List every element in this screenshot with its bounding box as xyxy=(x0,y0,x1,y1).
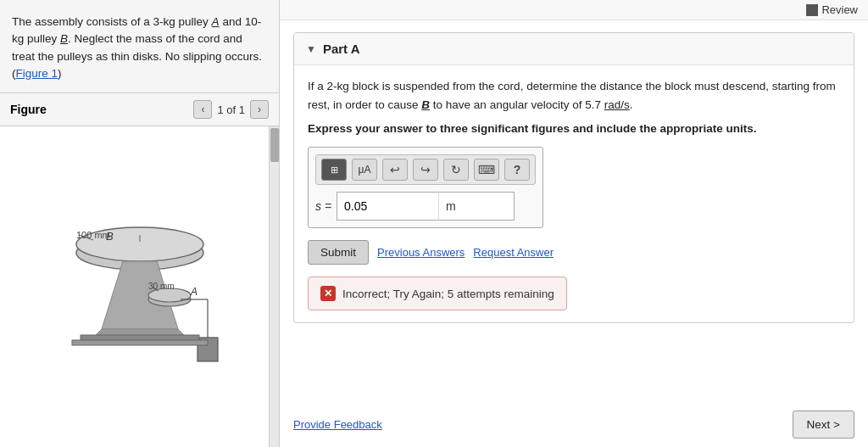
figure-image: B 100 mm A 30 mm xyxy=(30,198,250,376)
submit-label: Submit xyxy=(320,246,356,259)
part-body: If a 2-kg block is suspended from the co… xyxy=(294,65,854,322)
mu-label: μA xyxy=(359,164,371,176)
figure-prev-button[interactable]: ‹ xyxy=(193,100,212,119)
help-icon: ? xyxy=(514,163,521,176)
feedback-label: Provide Feedback xyxy=(293,418,382,431)
problem-description: The assembly consists of a 3-kg pulley A… xyxy=(0,0,279,93)
x-icon: ✕ xyxy=(320,286,336,301)
next-button[interactable]: Next > xyxy=(793,411,854,439)
review-label: Review xyxy=(821,3,858,16)
redo-icon: ↪ xyxy=(420,163,431,176)
part-header: ▼ Part A xyxy=(294,33,854,65)
problem-text-content: The assembly consists of a 3-kg pulley A… xyxy=(12,15,262,80)
figure-header: Figure ‹ 1 of 1 › xyxy=(0,93,279,126)
review-icon xyxy=(806,4,818,16)
request-answer-button[interactable]: Request Answer xyxy=(473,246,554,259)
answer-input[interactable] xyxy=(337,192,438,221)
right-panel: Review ▼ Part A If a 2-kg block is suspe… xyxy=(280,0,868,447)
action-row: Submit Previous Answers Request Answer xyxy=(308,240,840,265)
part-title: Part A xyxy=(323,42,360,56)
keyboard-button[interactable]: ⌨ xyxy=(474,159,499,181)
figure-count: 1 of 1 xyxy=(217,103,245,116)
undo-icon: ↩ xyxy=(390,163,400,176)
question-text: If a 2-kg block is suspended from the co… xyxy=(308,77,840,114)
refresh-icon: ↻ xyxy=(451,163,461,176)
collapse-icon[interactable]: ▼ xyxy=(306,43,316,55)
bottom-bar: Provide Feedback Next > xyxy=(280,402,868,447)
s-label: s = xyxy=(315,199,331,213)
matrix-button[interactable]: ⊞ xyxy=(321,159,347,181)
redo-button[interactable]: ↪ xyxy=(413,159,438,181)
figure-next-button[interactable]: › xyxy=(250,100,269,119)
figure-navigation: ‹ 1 of 1 › xyxy=(193,100,269,119)
svg-text:A: A xyxy=(190,286,198,298)
input-row: s = m xyxy=(315,192,536,221)
incorrect-message: Incorrect; Try Again; 5 attempts remaini… xyxy=(342,288,554,300)
svg-rect-17 xyxy=(72,340,208,345)
toolbar: ⊞ μA ↩ ↪ ↻ ⌨ xyxy=(315,154,536,185)
matrix-icon: ⊞ xyxy=(331,165,338,176)
figure-area: B 100 mm A 30 mm xyxy=(0,126,279,447)
express-instructions: Express your answer to three significant… xyxy=(308,122,840,135)
review-button[interactable]: Review xyxy=(806,3,858,16)
unit-value: m xyxy=(446,199,456,213)
left-panel: The assembly consists of a 3-kg pulley A… xyxy=(0,0,280,447)
figure-title: Figure xyxy=(10,103,47,116)
previous-answers-button[interactable]: Previous Answers xyxy=(377,246,465,259)
help-button[interactable]: ? xyxy=(504,159,530,181)
svg-text:30 mm: 30 mm xyxy=(148,282,175,291)
refresh-button[interactable]: ↻ xyxy=(443,159,469,181)
mu-button[interactable]: μA xyxy=(352,159,377,181)
previous-answers-label: Previous Answers xyxy=(377,246,465,259)
scroll-thumb xyxy=(270,128,279,162)
svg-text:100 mm: 100 mm xyxy=(76,230,110,240)
unit-display: m xyxy=(438,192,515,221)
undo-button[interactable]: ↩ xyxy=(382,159,408,181)
part-section: ▼ Part A If a 2-kg block is suspended fr… xyxy=(293,32,854,323)
incorrect-message-box: ✕ Incorrect; Try Again; 5 attempts remai… xyxy=(308,277,567,310)
keyboard-icon: ⌨ xyxy=(478,163,495,176)
submit-button[interactable]: Submit xyxy=(308,240,369,265)
scroll-indicator[interactable] xyxy=(269,126,279,447)
provide-feedback-button[interactable]: Provide Feedback xyxy=(293,418,382,431)
answer-box: ⊞ μA ↩ ↪ ↻ ⌨ xyxy=(308,147,543,228)
request-answer-label: Request Answer xyxy=(473,246,554,259)
next-label: Next > xyxy=(807,418,840,431)
top-bar: Review xyxy=(280,0,868,20)
